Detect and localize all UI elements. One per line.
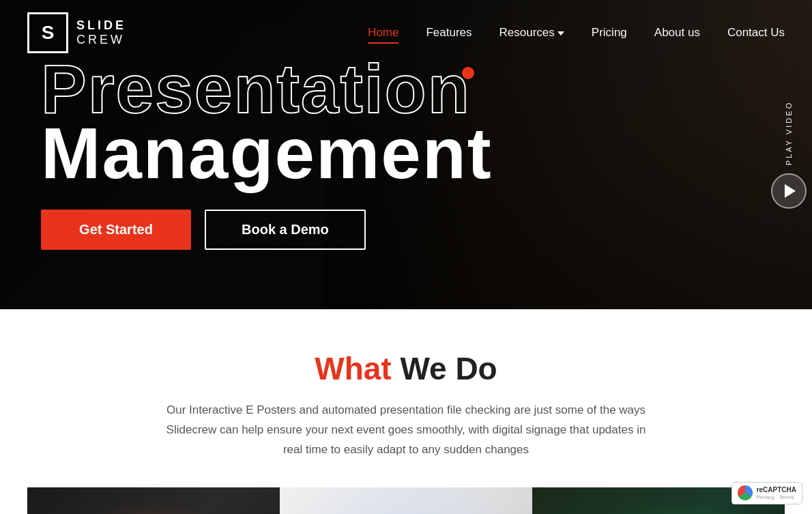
play-video-sidebar: PLAY VIDEO <box>771 100 812 208</box>
nav-resources[interactable]: Resources <box>499 26 564 40</box>
section-description: Our Interactive E Posters and automated … <box>157 401 655 460</box>
hero-dot-decoration <box>462 67 474 79</box>
section-title: What We Do <box>27 350 785 387</box>
play-video-button[interactable] <box>771 173 807 209</box>
cards-row <box>27 487 785 514</box>
recaptcha-links[interactable]: Privacy · Terms <box>757 494 796 501</box>
logo-box: S <box>27 12 68 53</box>
site-header: S SLIDE CREW Home Features Resources Pri… <box>0 0 812 66</box>
play-icon <box>785 184 796 198</box>
get-started-button[interactable]: Get Started <box>41 210 191 250</box>
nav-home[interactable]: Home <box>368 26 398 40</box>
nav-about[interactable]: About us <box>654 26 700 40</box>
section-title-highlight: What <box>315 351 391 386</box>
logo-slide: SLIDE <box>76 18 126 33</box>
play-video-label: PLAY VIDEO <box>785 100 793 165</box>
what-we-do-section: What We Do Our Interactive E Posters and… <box>0 309 812 514</box>
main-nav: Home Features Resources Pricing About us… <box>368 26 785 40</box>
nav-features[interactable]: Features <box>426 26 472 40</box>
logo-text: SLIDE CREW <box>76 18 126 47</box>
recaptcha-text: reCAPTCHA Privacy · Terms <box>757 485 796 501</box>
chevron-down-icon <box>557 31 564 35</box>
recaptcha-label: reCAPTCHA <box>757 485 796 494</box>
logo[interactable]: S SLIDE CREW <box>27 12 126 53</box>
hero-buttons: Get Started Book a Demo <box>41 210 771 250</box>
logo-letter: S <box>42 23 55 42</box>
recaptcha-logo-icon <box>738 485 753 500</box>
card-image-1[interactable] <box>27 487 280 514</box>
nav-pricing[interactable]: Pricing <box>592 26 627 40</box>
book-demo-button[interactable]: Book a Demo <box>205 210 366 250</box>
card-image-2[interactable] <box>280 487 532 514</box>
logo-crew: CREW <box>76 33 126 47</box>
hero-title-filled: Management <box>41 117 771 189</box>
nav-contact[interactable]: Contact Us <box>727 26 785 40</box>
recaptcha-badge: reCAPTCHA Privacy · Terms <box>731 482 802 504</box>
section-title-rest: We Do <box>392 351 497 386</box>
